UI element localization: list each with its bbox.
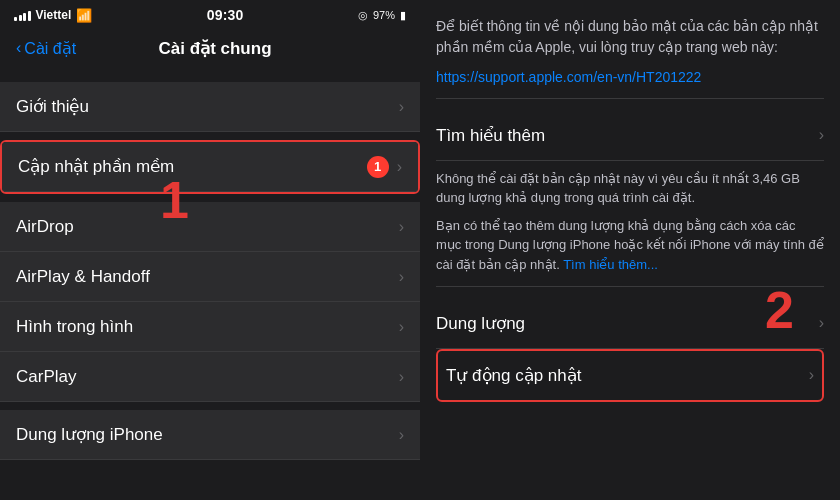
status-bar: Viettel 📶 09:30 ◎ 97% ▮: [0, 0, 420, 28]
status-time: 09:30: [207, 7, 244, 23]
back-button[interactable]: ‹ Cài đặt: [16, 39, 76, 58]
learn-more-inline-link[interactable]: Tìm hiểu thêm...: [563, 257, 658, 272]
signal-bar-1: [14, 17, 17, 21]
divider-1: [436, 98, 824, 99]
battery-label: 97%: [373, 9, 395, 21]
back-label: Cài đặt: [24, 39, 76, 58]
right-panel: Để biết thông tin về nội dung bảo mật củ…: [420, 0, 840, 500]
tim-hieu-chevron-icon: ›: [819, 126, 824, 144]
warning-text-2: Bạn có thể tạo thêm dung lượng khả dụng …: [436, 216, 824, 275]
location-icon: ◎: [358, 9, 368, 22]
settings-item-gioi-thieu[interactable]: Giới thiệu ›: [0, 82, 420, 132]
airplay-label: AirPlay & Handoff: [16, 267, 150, 287]
battery-icon: ▮: [400, 9, 406, 22]
tim-hieu-label: Tìm hiểu thêm: [436, 125, 545, 146]
right-item-tu-dong[interactable]: Tự động cập nhật ›: [438, 351, 822, 400]
step2-number: 2: [765, 284, 794, 336]
hinh-chevron-icon: ›: [399, 318, 404, 336]
info-text: Để biết thông tin về nội dung bảo mật củ…: [436, 16, 824, 58]
step1-number: 1: [160, 174, 189, 226]
dung-luong-chevron-icon: ›: [399, 426, 404, 444]
right-item-dung-luong[interactable]: Dung lượng 2 ›: [436, 299, 824, 349]
right-item-tim-hieu[interactable]: Tìm hiểu thêm ›: [436, 111, 824, 161]
signal-bar-4: [28, 11, 31, 21]
cap-nhat-chevron-icon: ›: [397, 158, 402, 176]
right-content: Để biết thông tin về nội dung bảo mật củ…: [436, 16, 824, 484]
carplay-label: CarPlay: [16, 367, 76, 387]
left-panel: Viettel 📶 09:30 ◎ 97% ▮ ‹ Cài đặt Cài đặ…: [0, 0, 420, 500]
spacer-2: [0, 194, 420, 202]
gioi-thieu-right: ›: [399, 98, 404, 116]
status-right: ◎ 97% ▮: [358, 9, 406, 22]
settings-item-carplay[interactable]: CarPlay ›: [0, 352, 420, 402]
spacer-top: [0, 72, 420, 82]
gioi-thieu-chevron-icon: ›: [399, 98, 404, 116]
apple-support-link[interactable]: https://support.apple.com/en-vn/HT201222: [436, 69, 701, 85]
settings-item-airplay[interactable]: AirPlay & Handoff ›: [0, 252, 420, 302]
nav-title: Cài đặt chung: [76, 38, 354, 59]
signal-bar-3: [23, 13, 26, 21]
dung-luong-right: ›: [399, 426, 404, 444]
tu-dong-label: Tự động cập nhật: [446, 365, 582, 386]
dung-luong-label: Dung lượng iPhone: [16, 424, 163, 445]
spacer-1: [0, 132, 420, 140]
carrier-label: Viettel: [36, 8, 72, 22]
hinh-label: Hình trong hình: [16, 317, 133, 337]
wifi-icon: 📶: [76, 8, 92, 23]
warning-text-1: Không thể cài đặt bản cập nhật này vì yê…: [436, 169, 824, 208]
airplay-right: ›: [399, 268, 404, 286]
carplay-chevron-icon: ›: [399, 368, 404, 386]
airdrop-right: ›: [399, 218, 404, 236]
settings-list: Giới thiệu › Cập nhật phần mềm 1 › 1 Air…: [0, 72, 420, 500]
airdrop-label: AirDrop: [16, 217, 74, 237]
nav-bar: ‹ Cài đặt Cài đặt chung: [0, 28, 420, 72]
airplay-chevron-icon: ›: [399, 268, 404, 286]
settings-item-dung-luong[interactable]: Dung lượng iPhone ›: [0, 410, 420, 460]
dung-luong-right-chevron-icon: ›: [819, 314, 824, 332]
dung-luong-right-label: Dung lượng: [436, 313, 525, 334]
signal-bar-2: [19, 15, 22, 21]
cap-nhat-right: 1 ›: [367, 156, 402, 178]
tu-dong-chevron-icon: ›: [809, 366, 814, 384]
settings-item-cap-nhat[interactable]: Cập nhật phần mềm 1 ›: [2, 142, 418, 192]
status-left: Viettel 📶: [14, 8, 92, 23]
update-badge: 1: [367, 156, 389, 178]
carplay-right: ›: [399, 368, 404, 386]
airdrop-chevron-icon: ›: [399, 218, 404, 236]
hinh-right: ›: [399, 318, 404, 336]
spacer-3: [0, 402, 420, 410]
gioi-thieu-label: Giới thiệu: [16, 96, 89, 117]
cap-nhat-label: Cập nhật phần mềm: [18, 156, 174, 177]
settings-item-hinh[interactable]: Hình trong hình ›: [0, 302, 420, 352]
signal-bars-icon: [14, 9, 31, 21]
settings-item-airdrop[interactable]: AirDrop ›: [0, 202, 420, 252]
back-chevron-icon: ‹: [16, 39, 21, 57]
